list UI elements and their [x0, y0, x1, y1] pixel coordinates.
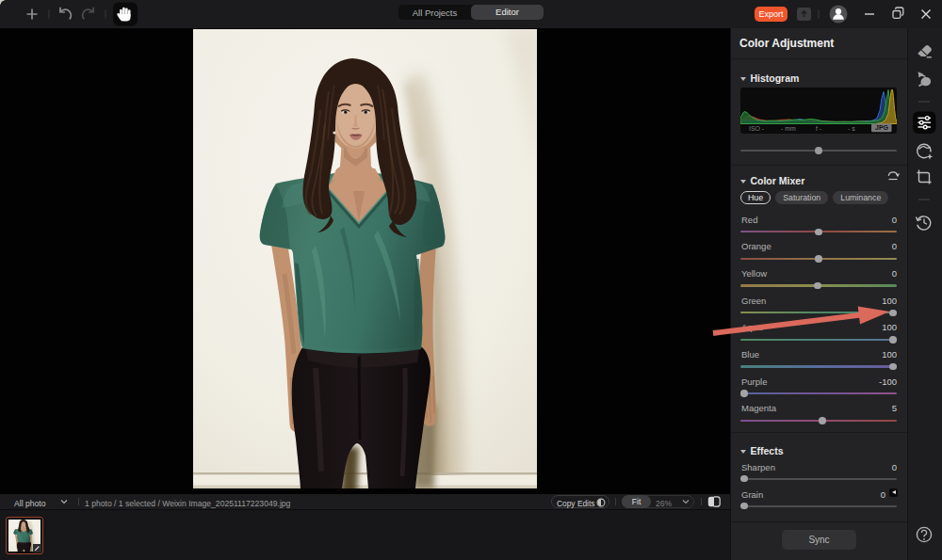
svg-text:JPG: JPG	[875, 124, 889, 131]
svg-text:ISO -: ISO -	[749, 125, 764, 132]
svg-text:- mm: - mm	[781, 125, 796, 132]
svg-text:f -: f -	[816, 125, 821, 132]
svg-text:- s: - s	[848, 125, 855, 132]
